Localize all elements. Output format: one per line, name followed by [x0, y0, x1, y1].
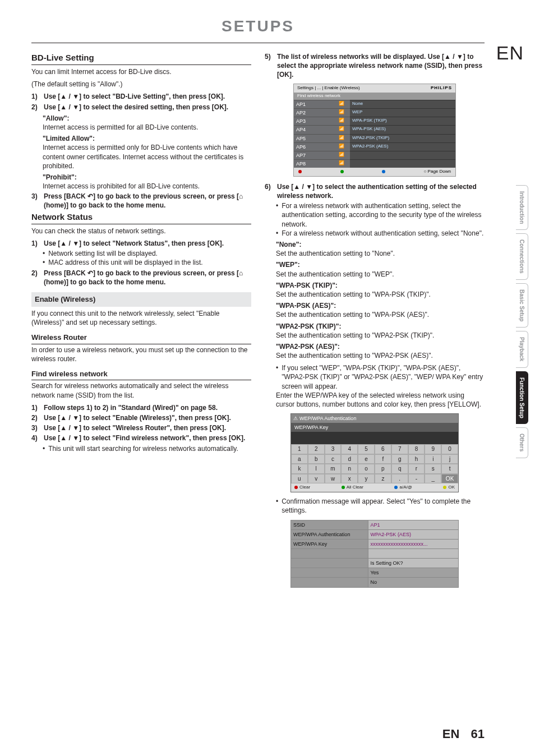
netlist-header: Settings | ... | Enable (Wireless) — [297, 85, 360, 91]
network-row: AP4📶WPA-PSK (AES) — [294, 125, 455, 133]
confirm-table: SSIDAP1 WEP/WPA AuthenticationWPA2-PSK (… — [290, 520, 459, 588]
ap-name: AP4 — [294, 125, 333, 133]
security-type: WPA2-PSK (AES) — [350, 142, 455, 151]
signal-icon: 📶 — [333, 151, 350, 159]
keyboard-key: e — [358, 454, 375, 464]
ap-name: AP6 — [294, 142, 333, 151]
signal-icon: 📶 — [333, 134, 350, 142]
keyboard-key: 8 — [408, 444, 425, 454]
blank-row — [291, 568, 368, 578]
bd-live-intro-1: You can limit Internet access for BD-Liv… — [31, 67, 251, 76]
wpa2-tkip-text: Set the authentication setting to "WPA2-… — [276, 331, 485, 340]
limited-label: "Limited Allow": — [43, 134, 251, 143]
step-2: Use [▲ / ▼] to select the desired settin… — [44, 103, 251, 112]
keyboard-key: o — [358, 464, 375, 474]
wepkey-note: If you select "WEP", "WPA-PSK (TKIP)", "… — [282, 363, 485, 391]
keyboard-key: h — [408, 454, 425, 464]
keyboard-key: x — [341, 474, 358, 484]
network-row: AP5📶WPA2-PSK (TKIP) — [294, 134, 455, 142]
confirm-text: Confirmation message will appear. Select… — [282, 497, 485, 515]
wireless-router-heading: Wireless Router — [31, 333, 251, 344]
blank-row — [291, 578, 368, 587]
ap-name: AP8 — [294, 159, 333, 168]
setting-ok-q: Is Setting OK? — [368, 559, 458, 568]
ssid-label: SSID — [291, 520, 368, 529]
kb-input — [291, 432, 458, 444]
enable-wireless-intro: If you connect this unit to the network … — [31, 309, 251, 327]
title-rule — [31, 43, 485, 43]
bullet-icon — [43, 249, 45, 258]
keyboard-key: OK — [441, 474, 458, 484]
signal-icon: 📶 — [333, 108, 350, 117]
wpa-tkip-text: Set the authentication setting to "WPA-P… — [276, 290, 485, 299]
keyboard-key: u — [291, 474, 308, 484]
r-step6-b1: For a wireless network with authenticati… — [282, 201, 485, 229]
allow-text: Internet access is permitted for all BD-… — [43, 123, 251, 132]
keyboard-key: _ — [425, 474, 441, 484]
kb-case: a/A/@ — [394, 485, 412, 491]
keyboard-key: w — [325, 474, 342, 484]
side-tab[interactable]: Basic Setup — [516, 283, 529, 328]
bd-live-heading: BD-Live Setting — [31, 52, 251, 65]
wep-text: Set the authentication setting to "WEP". — [276, 270, 485, 279]
page-down-label: ○ Page Down — [424, 169, 451, 175]
fw-step2: Use [▲ / ▼] to select "Enable (Wireless)… — [44, 413, 251, 422]
bullet-icon — [276, 229, 278, 238]
find-wireless-intro: Search for wireless networks automatical… — [31, 381, 251, 399]
keyboard-key: - — [408, 474, 425, 484]
wpa-tkip-label: "WPA-PSK (TKIP)": — [276, 281, 485, 290]
keyboard-key: . — [391, 474, 408, 484]
warning-icon — [293, 416, 299, 421]
blank-row — [368, 549, 458, 559]
keyboard-key: 7 — [391, 444, 408, 454]
step-num: 1) — [31, 239, 40, 248]
keyboard-key: z — [375, 474, 391, 484]
page-title: SETUPS — [31, 16, 485, 37]
kb-all-clear: All Clear — [342, 485, 363, 491]
find-wireless-heading: Find wireless network — [31, 369, 251, 381]
step-num: 1) — [31, 403, 40, 412]
none-text: Set the authentication setting to "None"… — [276, 249, 485, 258]
wpa-aes-text: Set the authentication setting to "WPA-P… — [276, 310, 485, 319]
step-num: 1) — [31, 92, 40, 101]
side-tab[interactable]: Connections — [516, 233, 529, 280]
page-number: 61 — [471, 727, 485, 741]
keyboard-key: y — [358, 474, 375, 484]
ap-name: AP3 — [294, 117, 333, 125]
keyboard-key: j — [441, 454, 458, 464]
side-tab[interactable]: Introduction — [516, 185, 529, 230]
side-tab[interactable]: Function Setup — [516, 371, 529, 425]
wireless-router-intro: In order to use a wireless network, you … — [31, 345, 251, 363]
prohibit-label: "Prohibit": — [43, 173, 251, 182]
step-num: 2) — [31, 413, 40, 422]
wpa-aes-label: "WPA-PSK (AES)": — [276, 301, 485, 310]
keyboard-key: 3 — [325, 444, 342, 454]
wep-label: "WEP": — [276, 260, 485, 269]
enable-wireless-heading: Enable (Wireless) — [31, 292, 251, 307]
keyboard-key: 9 — [425, 444, 441, 454]
signal-icon: 📶 — [333, 100, 350, 108]
keyboard-key: 4 — [341, 444, 358, 454]
step-num: 3) — [31, 423, 40, 432]
prohibit-text: Internet access is prohibited for all BD… — [43, 182, 251, 191]
kb-ok: OK — [443, 485, 455, 491]
side-tab[interactable]: Playback — [516, 331, 529, 367]
keyboard-key: b — [308, 454, 325, 464]
keyboard-key: a — [291, 454, 308, 464]
auth-value: WPA2-PSK (AES) — [368, 529, 458, 539]
security-type — [350, 151, 455, 159]
brand-label: PHILIPS — [431, 85, 452, 91]
fw-step1: Follow steps 1) to 2) in "Standard (Wire… — [44, 403, 251, 412]
wpa2-aes-text: Set the authentication setting to "WPA2-… — [276, 351, 485, 360]
ns-step2: Press [BACK ↶] to go back to the previou… — [44, 269, 251, 287]
network-status-intro: You can check the status of network sett… — [31, 227, 251, 236]
limited-text: Internet access is permitted only for BD… — [43, 143, 251, 170]
keyboard-key: 1 — [291, 444, 308, 454]
keyboard-key: v — [308, 474, 325, 484]
keyboard-key: n — [341, 464, 358, 474]
left-column: BD-Live Setting You can limit Internet a… — [31, 51, 251, 592]
ssid-value: AP1 — [368, 520, 458, 529]
network-row: AP2📶WEP — [294, 108, 455, 117]
side-tab[interactable]: Others — [516, 427, 529, 458]
network-row: AP6📶WPA2-PSK (AES) — [294, 142, 455, 151]
